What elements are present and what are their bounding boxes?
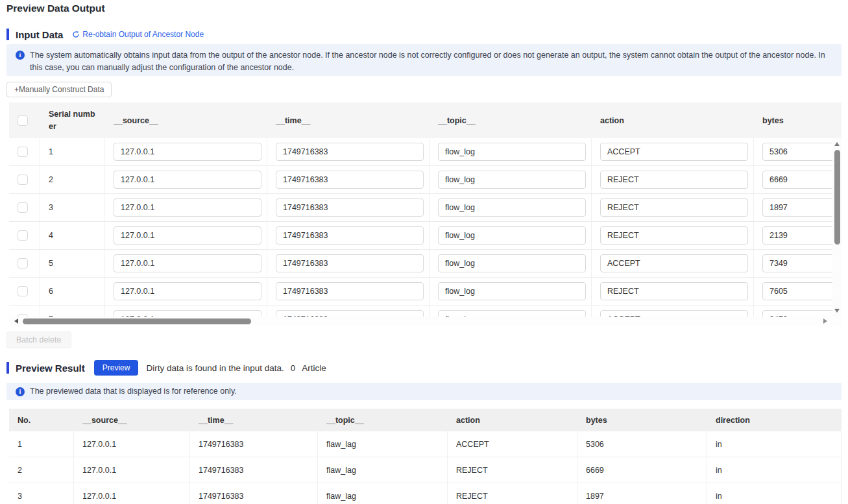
topic-cell bbox=[430, 222, 592, 249]
action-input[interactable] bbox=[600, 254, 748, 272]
horizontal-scrollbar-thumb[interactable] bbox=[23, 318, 251, 324]
bytes-cell bbox=[754, 306, 842, 317]
vertical-scrollbar[interactable] bbox=[832, 138, 842, 317]
scroll-right-arrow-icon[interactable] bbox=[823, 318, 827, 324]
batch-delete-button[interactable]: Batch delete bbox=[6, 331, 71, 348]
source-cell bbox=[105, 250, 267, 277]
source-cell: 127.0.0.1 bbox=[74, 483, 190, 504]
topic-cell bbox=[430, 250, 592, 277]
no-cell: 1 bbox=[9, 431, 74, 457]
time-cell bbox=[267, 166, 430, 193]
source-cell bbox=[105, 306, 267, 317]
select-all-checkbox[interactable] bbox=[18, 115, 28, 126]
row-checkbox[interactable] bbox=[18, 174, 28, 185]
header-topic: __topic__ bbox=[318, 409, 448, 431]
row-checkbox[interactable] bbox=[18, 258, 28, 269]
bytes-input[interactable] bbox=[762, 282, 842, 300]
checkbox-cell bbox=[9, 222, 40, 249]
action-cell bbox=[592, 222, 754, 249]
bytes-input[interactable] bbox=[762, 143, 842, 161]
topic-input[interactable] bbox=[438, 282, 586, 300]
action-input[interactable] bbox=[600, 282, 748, 300]
table-row: 2 127.0.0.1 1749716383 flaw_lag REJECT 6… bbox=[9, 457, 841, 483]
no-cell: 2 bbox=[9, 457, 74, 483]
source-input[interactable] bbox=[114, 171, 261, 189]
time-input[interactable] bbox=[276, 171, 424, 189]
action-input[interactable] bbox=[600, 198, 748, 217]
source-cell bbox=[105, 166, 267, 193]
scroll-up-arrow-icon[interactable] bbox=[834, 142, 840, 146]
source-cell bbox=[105, 138, 267, 165]
header-source: __source__ bbox=[74, 409, 190, 431]
source-input[interactable] bbox=[114, 198, 261, 217]
time-input[interactable] bbox=[276, 310, 424, 317]
action-cell: REJECT bbox=[448, 457, 577, 483]
time-input[interactable] bbox=[276, 143, 424, 161]
topic-input[interactable] bbox=[438, 310, 586, 317]
checkbox-cell bbox=[9, 138, 40, 165]
topic-input[interactable] bbox=[438, 226, 586, 245]
page-title: Preview Data Output bbox=[6, 3, 105, 14]
row-checkbox[interactable] bbox=[18, 147, 28, 157]
horizontal-scrollbar[interactable] bbox=[9, 317, 842, 326]
action-input[interactable] bbox=[600, 226, 748, 245]
serial-number-cell: 2 bbox=[40, 166, 105, 193]
preview-button[interactable]: Preview bbox=[94, 360, 139, 376]
time-input[interactable] bbox=[276, 226, 424, 245]
manually-construct-data-button[interactable]: +Manually Construct Data bbox=[6, 82, 112, 97]
bytes-input[interactable] bbox=[762, 198, 842, 217]
preview-data-output-page: Preview Data Output Input Data Re-obtain… bbox=[0, 0, 848, 504]
header-direction: direction bbox=[707, 409, 841, 431]
source-input[interactable] bbox=[114, 254, 261, 272]
time-input[interactable] bbox=[276, 282, 424, 300]
header-time: __time__ bbox=[190, 409, 318, 431]
section-accent-bar bbox=[6, 29, 9, 40]
source-input[interactable] bbox=[114, 143, 261, 161]
table-row: 3 127.0.0.1 1749716383 flaw_lag REJECT 1… bbox=[9, 483, 841, 504]
bytes-input[interactable] bbox=[762, 171, 842, 189]
action-input[interactable] bbox=[600, 143, 748, 161]
action-cell: ACCEPT bbox=[448, 431, 577, 457]
source-cell bbox=[105, 194, 267, 221]
bytes-cell: 6669 bbox=[577, 457, 707, 483]
topic-cell: flaw_lag bbox=[318, 431, 448, 457]
vertical-scrollbar-thumb[interactable] bbox=[834, 150, 840, 245]
action-cell bbox=[592, 250, 754, 277]
time-input[interactable] bbox=[276, 198, 424, 217]
bytes-input[interactable] bbox=[762, 226, 842, 245]
bytes-cell bbox=[754, 278, 842, 305]
topic-input[interactable] bbox=[438, 198, 586, 217]
source-input[interactable] bbox=[114, 282, 261, 300]
header-source: __source__ bbox=[105, 102, 267, 138]
no-cell: 3 bbox=[9, 483, 74, 504]
scroll-down-arrow-icon[interactable] bbox=[834, 309, 840, 313]
bytes-input[interactable] bbox=[762, 310, 842, 317]
select-all-cell bbox=[9, 102, 40, 138]
time-cell bbox=[267, 194, 430, 221]
bytes-cell bbox=[754, 222, 842, 249]
time-cell: 1749716383 bbox=[190, 483, 318, 504]
refresh-icon bbox=[72, 30, 80, 38]
topic-input[interactable] bbox=[438, 254, 586, 272]
source-input[interactable] bbox=[114, 226, 261, 245]
time-cell bbox=[267, 138, 430, 165]
info-icon: i bbox=[16, 387, 25, 396]
source-input[interactable] bbox=[114, 310, 261, 317]
source-cell: 127.0.0.1 bbox=[74, 431, 190, 457]
input-data-title: Input Data bbox=[16, 29, 63, 40]
scroll-left-arrow-icon[interactable] bbox=[14, 318, 18, 324]
row-checkbox[interactable] bbox=[18, 202, 28, 213]
action-input[interactable] bbox=[600, 310, 748, 317]
topic-input[interactable] bbox=[438, 171, 586, 189]
source-cell bbox=[105, 222, 267, 249]
reobtain-ancestor-output-link[interactable]: Re-obtain Output of Ancestor Node bbox=[72, 30, 204, 39]
source-cell bbox=[105, 278, 267, 305]
row-checkbox[interactable] bbox=[18, 230, 28, 241]
bytes-input[interactable] bbox=[762, 254, 842, 272]
topic-input[interactable] bbox=[438, 143, 586, 161]
action-cell bbox=[592, 306, 754, 317]
action-input[interactable] bbox=[600, 171, 748, 189]
time-input[interactable] bbox=[276, 254, 424, 272]
row-checkbox[interactable] bbox=[18, 286, 28, 296]
table-row: 6 bbox=[9, 278, 842, 306]
